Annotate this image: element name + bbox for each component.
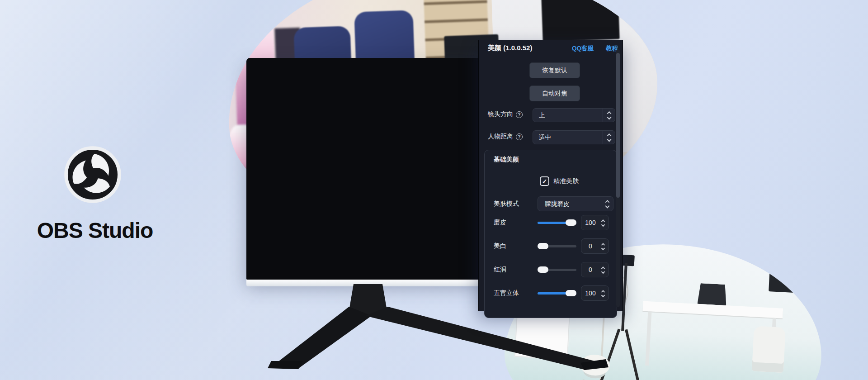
section-title: 基础美颜 [494, 156, 519, 164]
beauty-plugin-panel: 美颜 (1.0.0.52) QQ客服 教程 恢复默认 自动对焦 镜头方向 ? 上… [478, 40, 623, 311]
face-3d-slider-row: 五官立体 100 [485, 285, 618, 301]
slider-label: 磨皮 [494, 218, 506, 227]
checkbox-label: 精准美肤 [553, 177, 579, 185]
select-spinner[interactable] [603, 131, 615, 144]
help-icon[interactable]: ? [516, 111, 523, 118]
select-value: 朦胧磨皮 [538, 200, 601, 208]
slider-thumb[interactable] [566, 290, 576, 296]
tripod-leg [625, 329, 642, 380]
chevron-down-icon [607, 115, 611, 120]
slider-thumb[interactable] [566, 219, 576, 226]
camera-direction-label: 镜头方向 ? [488, 110, 523, 119]
whitening-slider-row: 美白 0 [485, 238, 618, 254]
value-stepper[interactable] [599, 243, 609, 250]
subject-distance-select[interactable]: 适中 [533, 130, 615, 144]
chevron-down-icon [601, 223, 605, 226]
camera-direction-select[interactable]: 上 [533, 108, 615, 122]
chair [752, 326, 786, 373]
slider-value-box[interactable]: 0 [581, 238, 609, 254]
value-stepper[interactable] [599, 290, 609, 297]
basic-beauty-section: 基础美颜 ✓ 精准美肤 美肤模式 朦胧磨皮 磨皮 100 美白 [484, 150, 617, 318]
monitor-bezel [246, 58, 485, 280]
wall-tv [541, 0, 619, 42]
chevron-down-icon [601, 246, 605, 250]
rosy-slider-row: 红润 0 [485, 262, 618, 277]
panel-scrollbar-thumb[interactable] [616, 53, 620, 198]
slider-value: 100 [581, 290, 599, 297]
panel-scrollbar [616, 49, 620, 307]
slider-thumb[interactable] [538, 243, 548, 249]
chevron-down-icon [601, 293, 605, 297]
select-value: 上 [533, 111, 603, 119]
brand-name: OBS Studio [14, 218, 176, 243]
precise-skin-checkbox[interactable]: ✓ [540, 176, 549, 186]
help-icon[interactable]: ? [516, 133, 523, 140]
slider-value: 0 [581, 266, 599, 273]
slider-track[interactable] [538, 269, 576, 271]
laptop [697, 283, 727, 305]
slider-label: 红润 [494, 266, 506, 274]
precise-skin-row: ✓ 精准美肤 [540, 176, 579, 186]
smoothing-slider-row: 磨皮 100 [485, 215, 618, 230]
label-text: 人物距离 [488, 133, 513, 141]
chevron-down-icon [607, 138, 611, 142]
slider-track[interactable] [538, 222, 576, 224]
skin-mode-label: 美肤模式 [494, 200, 519, 208]
qq-support-link[interactable]: QQ客服 [572, 44, 594, 52]
chevron-down-icon [601, 270, 605, 273]
subject-distance-label: 人物距离 ? [488, 133, 523, 141]
slider-track[interactable] [538, 292, 576, 294]
autofocus-button[interactable]: 自动对焦 [529, 86, 580, 101]
desk-leg [645, 311, 651, 366]
skin-mode-select[interactable]: 朦胧磨皮 [538, 196, 613, 211]
select-spinner[interactable] [601, 197, 613, 211]
slider-thumb[interactable] [538, 266, 548, 273]
slider-value-box[interactable]: 100 [581, 285, 609, 301]
restore-defaults-button[interactable]: 恢复默认 [529, 62, 580, 78]
slider-value: 0 [581, 242, 599, 250]
value-stepper[interactable] [599, 266, 609, 273]
slider-label: 美白 [494, 242, 506, 250]
slider-value-box[interactable]: 100 [581, 215, 609, 230]
select-value: 适中 [533, 133, 603, 142]
slider-value-box[interactable]: 0 [581, 262, 609, 277]
plugin-title: 美颜 (1.0.0.52) [488, 44, 532, 52]
slider-track[interactable] [538, 245, 576, 247]
label-text: 镜头方向 [488, 110, 513, 119]
wall-tv [769, 258, 809, 293]
promo-canvas: OBS Studio OBS 29.1.3 - 配置文件: 未命名 - 场景: … [0, 0, 868, 380]
select-spinner[interactable] [603, 109, 615, 122]
slider-label: 五官立体 [494, 289, 519, 297]
slider-value: 100 [581, 219, 599, 226]
chevron-down-icon [605, 204, 609, 209]
obs-logo-icon [64, 146, 122, 204]
value-stepper[interactable] [599, 219, 609, 226]
